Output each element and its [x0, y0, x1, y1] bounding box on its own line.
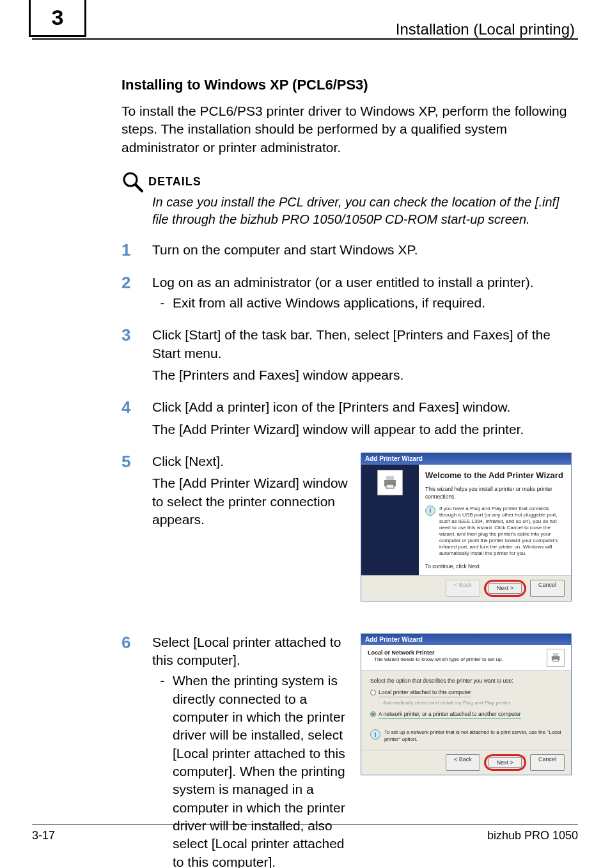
wizard-a-titlebar: Add Printer Wizard — [361, 453, 571, 465]
svg-rect-7 — [553, 659, 558, 662]
page-footer: 3-17 bizhub PRO 1050 — [32, 825, 578, 842]
step-1: 1 Turn on the computer and start Windows… — [121, 241, 572, 260]
magnifier-icon — [121, 171, 143, 192]
wizard-b-cancel-button[interactable]: Cancel — [530, 754, 565, 771]
wizard-b-titlebar: Add Printer Wizard — [361, 634, 571, 646]
step-4: 4 Click [Add a printer] icon of the [Pri… — [121, 398, 572, 438]
step-1-text: Turn on the computer and start Windows X… — [152, 241, 572, 259]
printer-icon — [547, 649, 565, 667]
step-3: 3 Click [Start] of the task bar. Then, s… — [121, 326, 572, 384]
wizard-b-prompt: Select the option that describes the pri… — [370, 678, 562, 685]
step-2-number: 2 — [121, 274, 152, 292]
info-icon: i — [425, 506, 435, 516]
step-5-number: 5 — [121, 453, 152, 471]
wizard-b-opt-network[interactable]: A network printer, or a printer attached… — [379, 711, 521, 719]
wizard-b-back-button[interactable]: < Back — [446, 754, 480, 771]
wizard-welcome-screenshot: Add Printer Wizard Welcome to the Add Pr… — [361, 453, 572, 601]
step-6-number: 6 — [121, 633, 152, 652]
printer-icon — [377, 470, 403, 495]
step-1-number: 1 — [121, 241, 152, 260]
wizard-b-opt-local[interactable]: Local printer attached to this computer — [379, 689, 471, 697]
step-5-line1: Click [Next]. — [152, 453, 350, 470]
wizard-b-opt-local-sub[interactable]: Automatically detect and install my Plug… — [383, 700, 562, 707]
page-header-title: Installation (Local printing) — [396, 20, 575, 38]
svg-line-1 — [136, 185, 142, 191]
wizard-a-info: If you have a Plug and Play printer that… — [439, 506, 565, 557]
svg-rect-3 — [386, 476, 394, 480]
step-4-line2: The [Add Printer Wizard] window will app… — [152, 421, 572, 438]
wizard-local-network-screenshot: Add Printer Wizard Local or Network Prin… — [361, 633, 572, 775]
section-title: Installing to Windows XP (PCL6/PS3) — [121, 77, 572, 93]
wizard-b-next-button[interactable]: Next > — [489, 757, 522, 768]
step-3-number: 3 — [121, 326, 152, 345]
wizard-b-head-sub: The wizard needs to know which type of p… — [374, 656, 547, 663]
step-5: 5 Click [Next]. The [Add Printer Wizard]… — [121, 453, 572, 616]
intro-paragraph: To install the PCL6/PS3 printer driver t… — [121, 102, 572, 157]
wizard-b-note: To set up a network printer that is not … — [384, 729, 562, 743]
dash: - — [152, 672, 173, 690]
details-block: DETAILS In case you install the PCL driv… — [121, 171, 572, 228]
wizard-a-continue: To continue, click Next. — [425, 563, 565, 570]
info-icon: i — [370, 729, 380, 740]
step-2: 2 Log on as an administrator (or a user … — [121, 274, 572, 313]
details-label: DETAILS — [148, 175, 201, 189]
wizard-a-welcome: Welcome to the Add Printer Wizard — [425, 470, 565, 481]
chapter-number: 3 — [52, 5, 64, 30]
footer-product: bizhub PRO 1050 — [487, 829, 578, 842]
header-rule — [32, 38, 578, 40]
step-4-line1: Click [Add a printer] icon of the [Print… — [152, 398, 572, 416]
details-body: In case you install the PCL driver, you … — [152, 194, 572, 228]
dash: - — [152, 294, 173, 312]
radio-network[interactable] — [370, 711, 376, 717]
step-6-line1: Select [Local printer attached to this c… — [152, 633, 350, 670]
wizard-b-head-title: Local or Network Printer — [368, 649, 547, 656]
highlight-ring: Next > — [484, 580, 526, 596]
step-2-sub1: Exit from all active Windows application… — [173, 294, 485, 312]
step-2-text: Log on as an administrator (or a user en… — [152, 274, 572, 291]
wizard-a-back-button[interactable]: < Back — [446, 580, 480, 596]
step-5-line2: The [Add Printer Wizard] window to selec… — [152, 474, 350, 529]
highlight-ring: Next > — [484, 754, 526, 771]
step-4-number: 4 — [121, 398, 152, 417]
footer-page-number: 3-17 — [32, 829, 55, 842]
svg-rect-4 — [386, 484, 394, 488]
svg-rect-6 — [553, 653, 558, 656]
wizard-a-cancel-button[interactable]: Cancel — [530, 580, 565, 596]
wizard-a-intro: This wizard helps you install a printer … — [425, 486, 565, 500]
chapter-tab: 3 — [29, 0, 86, 37]
step-3-line1: Click [Start] of the task bar. Then, sel… — [152, 326, 572, 362]
wizard-a-next-button[interactable]: Next > — [489, 583, 522, 593]
radio-local[interactable] — [370, 690, 376, 695]
step-3-line2: The [Printers and Faxes] window appears. — [152, 366, 572, 384]
